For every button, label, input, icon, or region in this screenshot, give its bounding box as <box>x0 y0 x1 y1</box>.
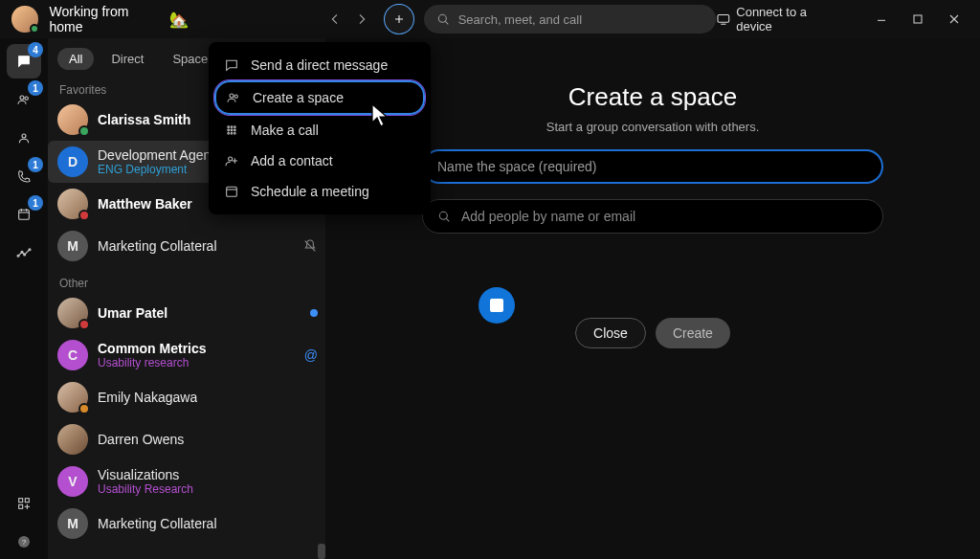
avatar: V <box>57 466 88 497</box>
conversation-name: Matthew Baker <box>98 196 192 212</box>
nav-forward-button[interactable] <box>349 7 374 32</box>
self-avatar[interactable] <box>11 6 38 33</box>
close-window-button[interactable] <box>940 5 969 34</box>
status-text[interactable]: Working from home <box>50 4 165 34</box>
conversation-item[interactable]: Darren Owens <box>48 418 325 460</box>
conversation-item[interactable]: Umar Patel <box>48 292 325 334</box>
svg-point-36 <box>228 129 230 131</box>
svg-line-30 <box>446 218 449 221</box>
svg-point-10 <box>20 96 24 100</box>
svg-rect-21 <box>19 499 23 503</box>
conversation-subtitle: Usability research <box>98 356 207 369</box>
window-controls <box>867 5 969 34</box>
svg-point-33 <box>228 126 230 128</box>
presence-icon <box>78 319 90 330</box>
connect-device-button[interactable]: Connect to a device <box>716 5 844 34</box>
rail-teams[interactable]: 1 <box>7 82 41 117</box>
conversation-item[interactable]: MMarketing Collateral <box>48 503 325 545</box>
stop-icon <box>490 299 503 312</box>
svg-point-29 <box>439 212 447 219</box>
conversation-name: Common Metrics <box>98 341 207 356</box>
svg-rect-7 <box>914 15 922 23</box>
svg-point-34 <box>231 126 233 128</box>
rail-analytics[interactable] <box>7 235 41 270</box>
section-other: Other <box>48 267 325 292</box>
close-button[interactable]: Close <box>575 318 646 348</box>
svg-rect-22 <box>25 499 29 503</box>
minimize-icon <box>874 11 889 27</box>
new-action-menu: Send a direct messageCreate a spaceMake … <box>209 42 431 214</box>
chevron-right-icon <box>354 11 369 27</box>
add-people-input[interactable]: Add people by name or email <box>422 199 883 234</box>
calendar-icon <box>16 207 32 222</box>
scrollbar-thumb[interactable] <box>318 544 325 559</box>
chat-icon <box>224 57 239 73</box>
avatar <box>57 189 88 219</box>
tab-all[interactable]: All <box>57 48 94 70</box>
chevron-left-icon <box>327 11 343 27</box>
menu-item-add-contact[interactable]: Add a contact <box>214 145 425 176</box>
calendar-icon <box>224 184 239 199</box>
svg-point-39 <box>228 132 230 134</box>
rail-contacts[interactable] <box>7 121 41 155</box>
minimize-button[interactable] <box>867 5 896 34</box>
rail-messages[interactable]: 4 <box>7 44 41 78</box>
svg-point-40 <box>231 132 233 134</box>
svg-point-2 <box>438 14 446 22</box>
svg-point-32 <box>234 95 237 98</box>
unread-dot-icon <box>310 309 318 317</box>
conversation-item[interactable]: CCommon MetricsUsability research@ <box>48 334 325 376</box>
plus-icon <box>391 11 407 27</box>
nav-back-button[interactable] <box>323 7 347 32</box>
svg-point-42 <box>229 157 233 161</box>
presence-icon <box>78 210 90 221</box>
conversation-name: Marketing Collateral <box>98 238 217 254</box>
conversation-item[interactable]: Emily Nakagawa <box>48 376 325 418</box>
tab-direct[interactable]: Direct <box>100 48 155 70</box>
page-subtitle: Start a group conversation with others. <box>546 120 760 134</box>
badge: 1 <box>28 157 43 172</box>
conversation-item[interactable]: VVisualizationsUsability Research <box>48 460 325 503</box>
conversation-name: Development Agenc <box>98 147 217 163</box>
menu-item-dialpad[interactable]: Make a call <box>214 115 425 145</box>
chat-icon <box>16 54 32 69</box>
menu-item-label: Schedule a meeting <box>251 184 369 199</box>
svg-point-41 <box>234 132 235 134</box>
avatar: M <box>57 508 88 539</box>
search-input[interactable]: Search, meet, and call <box>424 5 716 34</box>
maximize-icon <box>910 11 925 27</box>
menu-items: Send a direct messageCreate a spaceMake … <box>214 50 425 207</box>
conversation-item[interactable]: MMarketing Collateral <box>48 225 325 267</box>
avatar <box>57 382 88 413</box>
conversation-name: Emily Nakagawa <box>98 390 197 405</box>
nav-arrows <box>323 7 374 32</box>
rail-calendar[interactable]: 1 <box>7 197 41 232</box>
menu-item-chat[interactable]: Send a direct message <box>214 50 425 80</box>
create-button[interactable]: Create <box>656 318 730 348</box>
menu-item-calendar[interactable]: Schedule a meeting <box>214 176 425 207</box>
space-icon <box>226 90 241 105</box>
search-icon <box>435 11 451 27</box>
phone-icon <box>16 168 32 184</box>
menu-item-space[interactable]: Create a space <box>214 80 425 115</box>
conversation-name: Marketing Collateral <box>98 516 217 531</box>
svg-rect-4 <box>718 14 729 22</box>
badge: 1 <box>28 195 43 211</box>
rail-apps[interactable] <box>7 486 41 521</box>
avatar <box>57 298 88 328</box>
svg-point-17 <box>17 255 19 257</box>
conversation-name: Clarissa Smith <box>98 112 190 127</box>
space-name-input[interactable]: Name the space (required) <box>422 149 883 184</box>
maximize-button[interactable] <box>903 5 932 34</box>
svg-text:?: ? <box>22 538 27 547</box>
rail-help[interactable]: ? <box>7 525 41 559</box>
floating-action-button[interactable] <box>479 287 515 324</box>
presence-icon <box>78 403 90 414</box>
svg-point-20 <box>29 249 31 251</box>
badge: 4 <box>28 42 43 57</box>
rail-calls[interactable]: 1 <box>7 159 41 193</box>
avatar <box>57 424 88 455</box>
search-icon <box>436 209 452 224</box>
svg-rect-13 <box>19 210 30 219</box>
new-action-button[interactable] <box>384 4 413 34</box>
